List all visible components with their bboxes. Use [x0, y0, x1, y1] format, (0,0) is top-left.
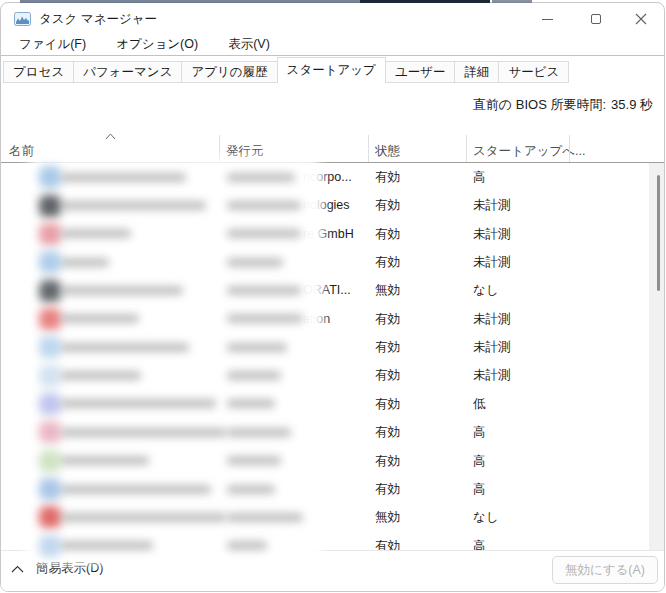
app-icon-blurred — [39, 506, 61, 528]
status-cell: 有効 — [375, 220, 400, 248]
name-text-blurred — [61, 201, 206, 210]
app-icon-blurred — [39, 308, 61, 330]
minimize-icon — [542, 19, 553, 20]
menu-item[interactable]: 表示(V) — [218, 34, 280, 55]
tab-item[interactable]: 詳細 — [454, 61, 499, 83]
close-icon — [635, 13, 647, 25]
task-manager-window: タスク マネージャー ファイル(F)オプション(O)表示(V) プロセスパフォー… — [0, 2, 665, 592]
tab-item[interactable]: ユーザー — [385, 61, 456, 83]
impact-cell: 未計測 — [473, 333, 511, 361]
impact-cell: 低 — [473, 390, 486, 418]
app-icon-blurred — [39, 280, 61, 302]
publisher-text-blurred — [227, 513, 303, 522]
status-cell: 有効 — [375, 191, 400, 219]
impact-cell: 高 — [473, 447, 486, 475]
publisher-text-blurred — [227, 173, 295, 182]
impact-cell: なし — [473, 276, 499, 304]
status-cell: 有効 — [375, 390, 400, 418]
app-icon-blurred — [39, 478, 61, 500]
name-text-blurred — [61, 428, 226, 437]
menu-item[interactable]: ファイル(F) — [9, 34, 96, 55]
publisher-text-blurred — [227, 286, 301, 295]
name-text-blurred — [61, 173, 186, 182]
impact-cell: 高 — [473, 475, 486, 503]
impact-cell: 高 — [473, 532, 486, 550]
impact-cell: 未計測 — [473, 305, 511, 333]
chevron-up-icon — [11, 565, 24, 573]
publisher-text-blurred — [227, 201, 301, 210]
publisher-text-blurred — [227, 343, 287, 352]
publisher-text-blurred — [227, 229, 301, 238]
privacy-blur-region — [31, 164, 317, 557]
status-cell: 有効 — [375, 248, 400, 276]
app-icon-blurred — [39, 223, 61, 245]
column-header-name[interactable]: 名前 — [9, 143, 34, 160]
close-button[interactable] — [626, 5, 656, 33]
name-text-blurred — [61, 286, 183, 295]
column-divider[interactable] — [466, 135, 467, 162]
simple-view-toggle[interactable]: 簡易表示(D) — [11, 560, 103, 577]
publisher-text-blurred — [227, 258, 283, 267]
name-text-blurred — [61, 371, 141, 380]
window-title: タスク マネージャー — [39, 11, 157, 28]
publisher-text-blurred — [227, 541, 267, 550]
publisher-text-blurred — [227, 485, 275, 494]
impact-cell: 未計測 — [473, 191, 511, 219]
simple-view-label: 簡易表示(D) — [36, 560, 103, 577]
status-cell: 有効 — [375, 361, 400, 389]
tab-item[interactable]: プロセス — [3, 61, 74, 83]
name-text-blurred — [61, 456, 149, 465]
impact-cell: 未計測 — [473, 220, 511, 248]
column-header-status[interactable]: 状態 — [375, 143, 400, 160]
tab-item[interactable]: アプリの履歴 — [181, 61, 277, 83]
publisher-text-blurred — [227, 314, 303, 323]
column-divider[interactable] — [368, 135, 369, 162]
name-text-blurred — [61, 258, 109, 267]
app-icon-blurred — [39, 450, 61, 472]
tab-strip: プロセスパフォーマンスアプリの履歴スタートアップユーザー詳細サービス — [4, 57, 664, 83]
name-text-blurred — [61, 229, 131, 238]
tab-startup-active[interactable]: スタートアップ — [277, 57, 386, 83]
maximize-button[interactable] — [581, 5, 611, 33]
scrollbar-thumb[interactable] — [657, 175, 660, 291]
menu-item[interactable]: オプション(O) — [106, 34, 208, 55]
tab-item[interactable]: パフォーマンス — [73, 61, 182, 83]
task-manager-icon — [14, 12, 31, 26]
disable-button[interactable]: 無効にする(A) — [552, 556, 658, 584]
minimize-button[interactable] — [532, 5, 562, 33]
bios-time-text: 直前の BIOS 所要時間:35.9 秒 — [473, 96, 653, 114]
status-cell: 無効 — [375, 503, 400, 531]
impact-cell: なし — [473, 503, 499, 531]
maximize-icon — [591, 14, 601, 24]
sort-ascending-icon — [105, 133, 116, 140]
app-icon-blurred — [39, 336, 61, 358]
name-text-blurred — [61, 314, 139, 323]
impact-cell: 高 — [473, 418, 486, 446]
name-text-blurred — [61, 399, 216, 408]
publisher-text-blurred — [227, 399, 275, 408]
app-icon-blurred — [39, 393, 61, 415]
publisher-text-blurred — [227, 371, 281, 380]
status-cell: 有効 — [375, 305, 400, 333]
table-header: 名前 発行元 状態 スタートアップへ... — [1, 131, 664, 163]
impact-cell: 高 — [473, 163, 486, 191]
status-cell: 無効 — [375, 276, 400, 304]
publisher-text-blurred — [227, 456, 281, 465]
column-divider[interactable] — [569, 135, 570, 162]
status-cell: 有効 — [375, 163, 400, 191]
vertical-scrollbar[interactable] — [649, 163, 665, 550]
name-text-blurred — [61, 513, 226, 522]
title-bar: タスク マネージャー — [1, 3, 664, 33]
column-header-publisher[interactable]: 発行元 — [226, 143, 264, 160]
column-divider[interactable] — [219, 135, 220, 162]
background-artifact — [360, 0, 490, 3]
status-cell: 有効 — [375, 447, 400, 475]
status-cell: 有効 — [375, 418, 400, 446]
menu-bar: ファイル(F)オプション(O)表示(V) — [1, 33, 664, 56]
background-artifact — [492, 0, 532, 3]
name-text-blurred — [61, 343, 189, 352]
impact-cell: 未計測 — [473, 361, 511, 389]
tab-item[interactable]: サービス — [498, 61, 569, 83]
screen: タスク マネージャー ファイル(F)オプション(O)表示(V) プロセスパフォー… — [0, 0, 666, 593]
app-icon-blurred — [39, 251, 61, 273]
